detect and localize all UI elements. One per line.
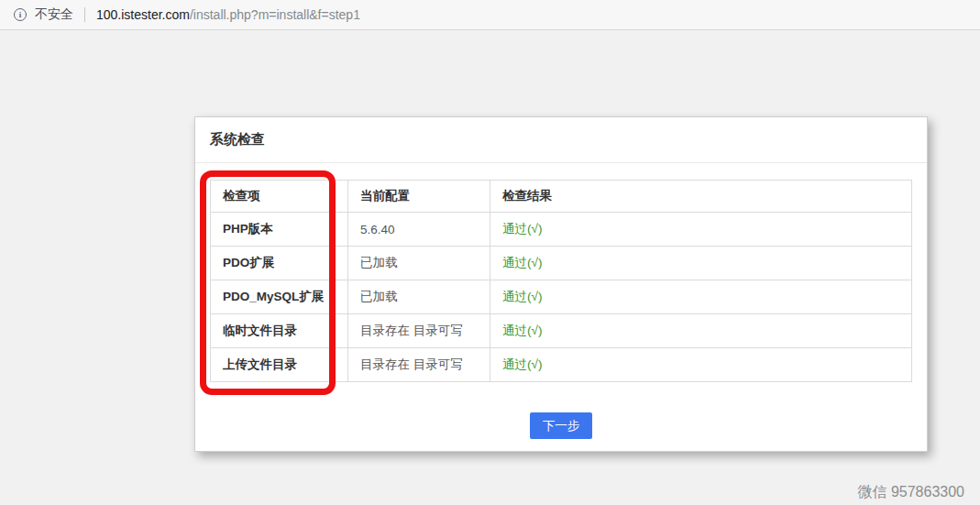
check-result-cell: 通过(√)	[490, 280, 912, 314]
check-item-cell: 临时文件目录	[211, 314, 348, 348]
current-config-cell: 目录存在 目录可写	[348, 348, 490, 382]
current-config-cell: 已加载	[348, 247, 490, 280]
check-item-cell: PDO_MySQL扩展	[211, 280, 348, 314]
check-result-cell: 通过(√)	[490, 247, 912, 280]
check-result-cell: 通过(√)	[490, 348, 912, 382]
check-item-cell: 上传文件目录	[211, 348, 348, 382]
table-row: PHP版本5.6.40通过(√)	[211, 213, 912, 247]
current-config-cell: 5.6.40	[348, 213, 490, 247]
url-path: /install.php?m=install&f=step1	[190, 7, 360, 22]
check-result-cell: 通过(√)	[490, 213, 912, 247]
check-item-cell: PDO扩展	[211, 247, 348, 280]
card-header: 系统检查	[195, 117, 927, 163]
button-row: 下一步	[210, 412, 912, 439]
browser-url-bar[interactable]: i 不安全 100.istester.com/install.php?m=ins…	[0, 0, 980, 30]
url-text[interactable]: 100.istester.com/install.php?m=install&f…	[96, 6, 360, 23]
table-row: 临时文件目录目录存在 目录可写通过(√)	[211, 314, 912, 348]
table-row: PDO_MySQL扩展已加载通过(√)	[211, 280, 912, 314]
column-header-config: 当前配置	[348, 181, 490, 213]
system-check-table: 检查项 当前配置 检查结果 PHP版本5.6.40通过(√)PDO扩展已加载通过…	[210, 180, 912, 382]
security-label: 不安全	[35, 6, 73, 23]
system-check-card: 系统检查 检查项 当前配置 检查结果 PHP版本5.6.40通过(√)PDO扩展…	[194, 116, 928, 452]
info-icon[interactable]: i	[14, 8, 27, 21]
column-header-result: 检查结果	[490, 181, 912, 213]
wechat-watermark: 微信 957863300	[857, 483, 964, 502]
current-config-cell: 已加载	[348, 280, 490, 314]
table-row: 上传文件目录目录存在 目录可写通过(√)	[211, 348, 912, 382]
current-config-cell: 目录存在 目录可写	[348, 314, 490, 348]
table-row: PDO扩展已加载通过(√)	[211, 247, 912, 280]
card-body: 检查项 当前配置 检查结果 PHP版本5.6.40通过(√)PDO扩展已加载通过…	[195, 163, 927, 439]
column-header-item: 检查项	[211, 181, 348, 213]
url-host: 100.istester.com	[96, 7, 190, 22]
table-header-row: 检查项 当前配置 检查结果	[211, 181, 912, 213]
url-separator	[84, 7, 85, 22]
check-result-cell: 通过(√)	[490, 314, 912, 348]
check-item-cell: PHP版本	[211, 213, 348, 247]
card-title: 系统检查	[210, 131, 265, 148]
next-step-button[interactable]: 下一步	[530, 412, 593, 439]
